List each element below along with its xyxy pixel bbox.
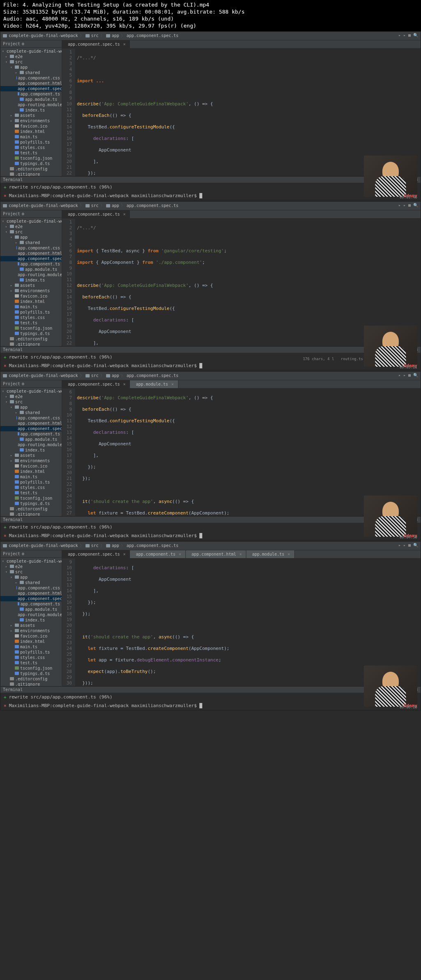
- bc-app[interactable]: app: [112, 543, 119, 548]
- search-icon[interactable]: 🔍: [413, 373, 418, 377]
- tree-assets[interactable]: ▸assets: [0, 283, 62, 288]
- search-icon[interactable]: 🔍: [413, 203, 418, 207]
- tree-environments[interactable]: ▸environments: [0, 288, 62, 293]
- tree-styles[interactable]: styles.css: [0, 485, 62, 490]
- tree-shared[interactable]: ▸shared: [0, 580, 62, 585]
- run-icon[interactable]: ▸: [398, 543, 401, 547]
- tree-src[interactable]: ▾src: [0, 399, 62, 405]
- tree-index-html[interactable]: index.html: [0, 469, 62, 474]
- close-icon[interactable]: ×: [179, 552, 181, 556]
- bc-app[interactable]: app: [112, 373, 119, 378]
- tree-app-ts[interactable]: app.component.ts: [0, 91, 62, 97]
- tree-test[interactable]: test.ts: [0, 490, 62, 496]
- tab-spec[interactable]: app.component.spec.ts×: [62, 210, 130, 218]
- tree-polyfills[interactable]: polyfills.ts: [0, 140, 62, 145]
- tree-app-html[interactable]: app.component.html: [0, 251, 62, 256]
- close-icon[interactable]: ×: [123, 552, 125, 556]
- tree-main[interactable]: main.ts: [0, 474, 62, 480]
- tree-assets[interactable]: ▸assets: [0, 113, 62, 118]
- terminal-header[interactable]: Terminal ⚙ ×: [0, 687, 421, 693]
- tree-gitignore[interactable]: .gitignore: [0, 682, 62, 686]
- tree-shared[interactable]: ▸shared: [0, 70, 62, 75]
- tree-polyfills[interactable]: polyfills.ts: [0, 649, 62, 655]
- tree-gitignore[interactable]: .gitignore: [0, 342, 62, 346]
- tree-tsconfig[interactable]: tsconfig.json: [0, 666, 62, 671]
- bc-src[interactable]: src: [91, 373, 99, 378]
- tree-test[interactable]: test.ts: [0, 660, 62, 666]
- tree-index-ts[interactable]: index.ts: [0, 277, 62, 283]
- tree-app-ts[interactable]: app.component.ts: [0, 601, 62, 607]
- close-icon[interactable]: ×: [171, 382, 174, 386]
- tree-gitignore[interactable]: .gitignore: [0, 172, 62, 176]
- tree-typings[interactable]: typings.d.ts: [0, 501, 62, 506]
- tree-assets[interactable]: ▸assets: [0, 623, 62, 628]
- tree-app-css[interactable]: app.component.css: [0, 585, 62, 591]
- tree-app-ts[interactable]: app.component.ts: [0, 431, 62, 437]
- tree-e2e[interactable]: ▸e2e: [0, 394, 62, 399]
- run-icon[interactable]: ▸: [398, 33, 401, 37]
- tree-typings[interactable]: typings.d.ts: [0, 331, 62, 336]
- tree-src[interactable]: ▾src: [0, 569, 62, 575]
- tree-app-spec[interactable]: app.component.spec.ts: [0, 256, 62, 261]
- tree-tsconfig[interactable]: tsconfig.json: [0, 156, 62, 161]
- tree-app-css[interactable]: app.component.css: [0, 245, 62, 251]
- tree-shared[interactable]: ▸shared: [0, 410, 62, 415]
- close-icon[interactable]: ×: [4, 703, 7, 708]
- tree-app-html[interactable]: app.component.html: [0, 591, 62, 596]
- tree-src[interactable]: ▾src: [0, 229, 62, 235]
- terminal-header[interactable]: Terminal ⚙ ×: [0, 347, 421, 353]
- tree-app-routing[interactable]: app-routing.module.ts: [0, 442, 62, 447]
- close-icon[interactable]: ×: [123, 212, 125, 216]
- tree-polyfills[interactable]: polyfills.ts: [0, 480, 62, 485]
- close-icon[interactable]: ×: [123, 382, 125, 386]
- tab-module[interactable]: app.module.ts×: [130, 380, 178, 388]
- debug-icon[interactable]: ▸: [403, 33, 406, 37]
- tree-editorconfig[interactable]: .editorconfig: [0, 166, 62, 172]
- tree-e2e[interactable]: ▸e2e: [0, 564, 62, 569]
- tree-app[interactable]: ▾app: [0, 235, 62, 240]
- tab-html[interactable]: app.component.html×: [186, 550, 246, 558]
- tab-spec[interactable]: app.component.spec.ts×: [62, 550, 130, 558]
- tree-app-html[interactable]: app.component.html: [0, 81, 62, 86]
- stop-icon[interactable]: ■: [408, 33, 411, 37]
- tree-polyfills[interactable]: polyfills.ts: [0, 310, 62, 315]
- tree-environments[interactable]: ▸environments: [0, 118, 62, 123]
- tree-app-module[interactable]: app.module.ts: [0, 607, 62, 612]
- project-header[interactable]: Project ⚙: [0, 380, 62, 388]
- plus-icon[interactable]: +: [4, 354, 7, 360]
- tree-tsconfig[interactable]: tsconfig.json: [0, 326, 62, 331]
- tree-index-html[interactable]: index.html: [0, 639, 62, 644]
- tree-src[interactable]: ▾src: [0, 59, 62, 65]
- tree-main[interactable]: main.ts: [0, 644, 62, 649]
- stop-icon[interactable]: ■: [408, 373, 411, 377]
- terminal-body[interactable]: + rewrite src/app/app.component.ts (96%): [0, 183, 421, 191]
- terminal-body[interactable]: + rewrite src/app/app.component.ts (96%): [0, 523, 421, 531]
- bc-project[interactable]: complete-guide-final-webpack: [9, 203, 78, 208]
- tree-root[interactable]: ▾complete-guide-final-webpack: [0, 559, 62, 564]
- bc-src[interactable]: src: [91, 543, 99, 548]
- tree-root[interactable]: ▾complete-guide-final-webpack: [0, 389, 62, 394]
- close-icon[interactable]: ×: [4, 363, 7, 368]
- bc-file[interactable]: app.component.spec.ts: [127, 373, 178, 378]
- gear-icon[interactable]: ⚙: [22, 42, 24, 46]
- stop-icon[interactable]: ■: [408, 203, 411, 207]
- tree-test[interactable]: test.ts: [0, 150, 62, 156]
- bc-file[interactable]: app.component.spec.ts: [127, 33, 178, 38]
- tree-index-ts[interactable]: index.ts: [0, 107, 62, 113]
- tree-app-css[interactable]: app.component.css: [0, 75, 62, 81]
- tree-favicon[interactable]: favicon.ico: [0, 463, 62, 469]
- tree-app-routing[interactable]: app-routing.module.ts: [0, 272, 62, 277]
- tree-root[interactable]: ▾complete-guide-final-webpack: [0, 219, 62, 224]
- bc-project[interactable]: complete-guide-final-webpack: [9, 543, 78, 548]
- tree-environments[interactable]: ▸environments: [0, 458, 62, 463]
- debug-icon[interactable]: ▸: [403, 373, 406, 377]
- project-header[interactable]: Project ⚙: [0, 550, 62, 558]
- bc-project[interactable]: complete-guide-final-webpack: [9, 33, 78, 38]
- tree-app-module[interactable]: app.module.ts: [0, 267, 62, 272]
- search-icon[interactable]: 🔍: [413, 33, 418, 37]
- tree-tsconfig[interactable]: tsconfig.json: [0, 496, 62, 501]
- search-icon[interactable]: 🔍: [413, 543, 418, 547]
- tree-app-routing[interactable]: app-routing.module.ts: [0, 612, 62, 617]
- tab-spec[interactable]: app.component.spec.ts×: [62, 40, 130, 48]
- tree-index-ts[interactable]: index.ts: [0, 617, 62, 623]
